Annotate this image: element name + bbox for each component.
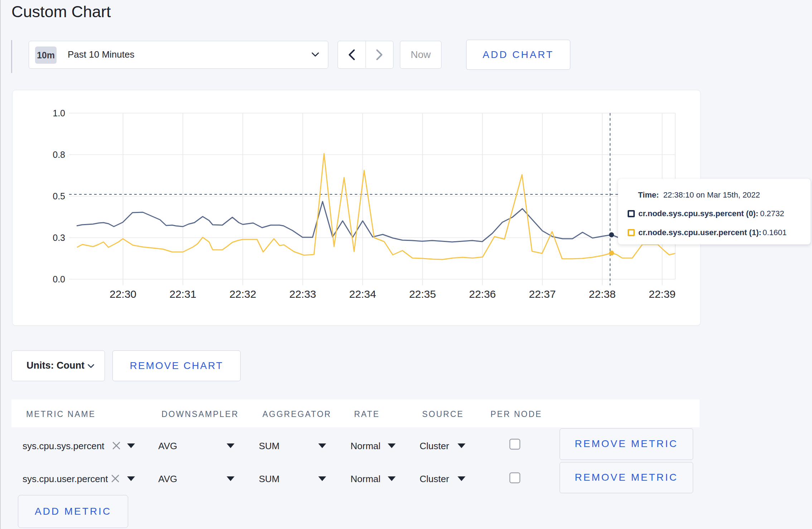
- svg-text:22:30: 22:30: [110, 288, 136, 300]
- svg-text:22:38: 22:38: [589, 288, 616, 300]
- svg-text:0.3: 0.3: [53, 233, 65, 243]
- svg-text:22:39: 22:39: [649, 288, 676, 300]
- svg-text:1.0: 1.0: [53, 108, 65, 118]
- svg-text:22:34: 22:34: [349, 288, 376, 300]
- svg-text:22:35: 22:35: [409, 288, 436, 300]
- svg-text:22:32: 22:32: [229, 288, 256, 300]
- svg-text:0.5: 0.5: [53, 191, 65, 201]
- svg-text:0.0: 0.0: [53, 274, 65, 284]
- svg-text:22:31: 22:31: [169, 288, 196, 300]
- svg-text:22:36: 22:36: [469, 288, 496, 300]
- svg-text:22:33: 22:33: [289, 288, 316, 300]
- svg-text:0.8: 0.8: [53, 150, 65, 160]
- svg-text:22:37: 22:37: [529, 288, 556, 300]
